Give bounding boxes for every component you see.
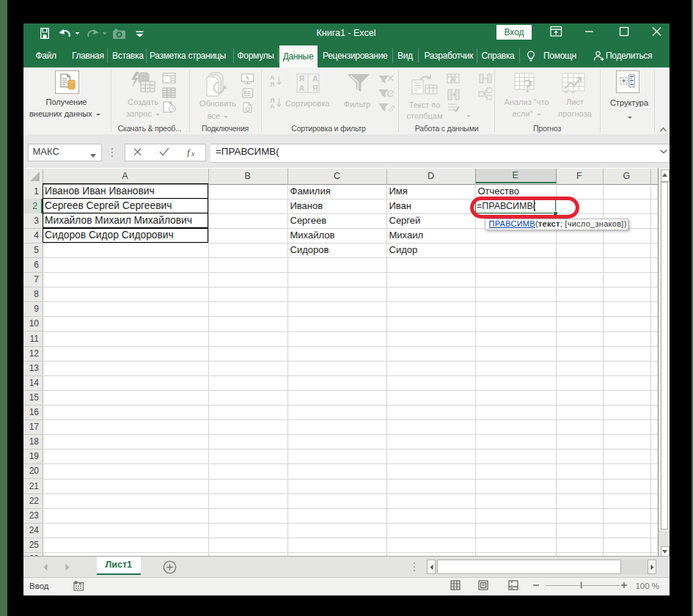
svg-text:Я: Я xyxy=(299,74,305,83)
svg-text:А: А xyxy=(270,103,275,109)
svg-text:Я: Я xyxy=(312,84,318,92)
svg-text:x: x xyxy=(191,150,195,157)
svg-text:А: А xyxy=(312,74,318,83)
svg-text:Я: Я xyxy=(270,81,274,88)
svg-text:?: ? xyxy=(524,76,532,96)
svg-text:А: А xyxy=(299,84,305,92)
